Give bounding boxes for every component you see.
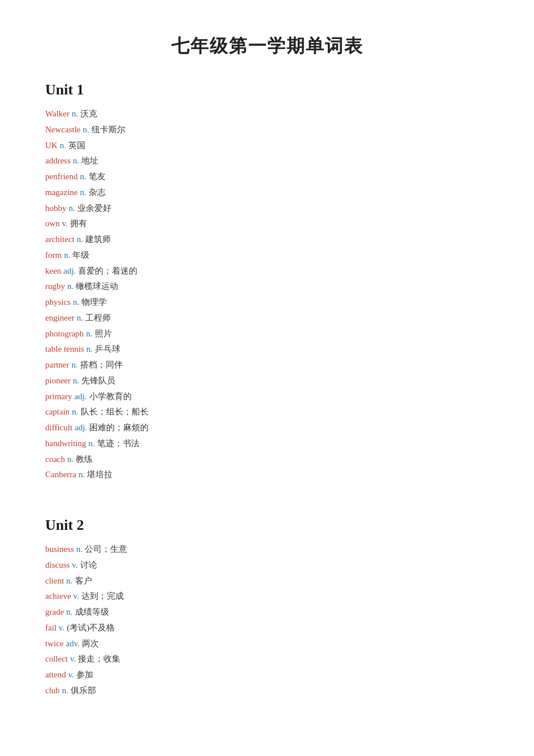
word-chinese: 两次 xyxy=(82,636,99,652)
word-english: rugby xyxy=(45,279,65,295)
word-pos: v. xyxy=(59,620,64,636)
word-chinese: 笔迹；书法 xyxy=(97,436,140,452)
word-english: partner xyxy=(45,357,69,373)
word-pos: n. xyxy=(76,542,83,558)
word-pos: adj. xyxy=(75,420,87,436)
word-item: engineern.工程师 xyxy=(45,310,489,326)
word-item: photographn.照片 xyxy=(45,326,489,342)
word-english: difficult xyxy=(45,420,72,436)
word-english: hobby xyxy=(45,201,67,217)
word-english: physics xyxy=(45,295,71,310)
word-item: architectn.建筑师 xyxy=(45,232,489,248)
word-chinese: 笔友 xyxy=(89,169,106,185)
word-chinese: 讨论 xyxy=(80,558,97,573)
word-pos: n. xyxy=(86,326,92,342)
word-item: failv.(考试)不及格 xyxy=(45,620,489,636)
word-item: keenadj.喜爱的；着迷的 xyxy=(45,263,489,279)
word-item: collectv.接走；收集 xyxy=(45,651,489,667)
word-chinese: 橄榄球运动 xyxy=(76,279,118,295)
word-chinese: 堪培拉 xyxy=(87,467,112,483)
word-list-unit-2: businessn.公司；生意discussv.讨论clientn.客户achi… xyxy=(45,542,489,699)
word-item: UKn.英国 xyxy=(45,138,489,154)
word-pos: adj. xyxy=(63,263,76,279)
word-chinese: 年级 xyxy=(72,248,89,263)
word-english: penfriend xyxy=(45,169,77,185)
word-pos: n. xyxy=(67,452,73,468)
word-english: business xyxy=(45,542,74,558)
unit-section-2: Unit 2businessn.公司；生意discussv.讨论clientn.… xyxy=(45,517,489,699)
word-english: coach xyxy=(45,452,65,468)
word-pos: v. xyxy=(68,667,74,683)
word-english: primary xyxy=(45,389,72,405)
word-pos: v. xyxy=(62,216,68,232)
word-english: Newcastle xyxy=(45,122,80,138)
word-pos: n. xyxy=(73,373,79,389)
word-pos: n. xyxy=(79,467,85,483)
word-english: discuss xyxy=(45,558,70,573)
word-chinese: 地址 xyxy=(81,153,98,169)
word-english: table tennis xyxy=(45,342,84,357)
word-english: captain xyxy=(45,404,70,420)
word-item: addressn.地址 xyxy=(45,153,489,169)
word-english: club xyxy=(45,683,60,699)
word-english: pioneer xyxy=(45,373,71,389)
word-chinese: 公司；生意 xyxy=(85,542,127,558)
word-pos: n. xyxy=(69,201,75,217)
word-chinese: 接走；收集 xyxy=(78,651,120,667)
word-english: engineer xyxy=(45,310,75,326)
word-pos: n. xyxy=(77,232,83,248)
word-english: achieve xyxy=(45,589,71,604)
word-pos: n. xyxy=(80,185,86,201)
word-item: physicsn.物理学 xyxy=(45,295,489,310)
word-item: clubn.俱乐部 xyxy=(45,683,489,699)
word-chinese: 喜爱的；着迷的 xyxy=(78,263,137,279)
word-chinese: 建筑师 xyxy=(85,232,111,248)
word-chinese: 困难的；麻烦的 xyxy=(89,420,149,436)
word-chinese: 小学教育的 xyxy=(89,389,132,405)
word-chinese: 沃克 xyxy=(80,106,97,122)
word-item: hobbyn.业余爱好 xyxy=(45,201,489,217)
word-english: Walker xyxy=(45,106,70,122)
word-item: table tennisn.乒乓球 xyxy=(45,342,489,357)
word-chinese: 客户 xyxy=(75,573,92,589)
page-title: 七年级第一学期单词表 xyxy=(45,34,489,59)
word-pos: n. xyxy=(89,436,95,452)
word-english: Canberra xyxy=(45,467,76,483)
word-english: grade xyxy=(45,604,64,620)
word-chinese: 乒乓球 xyxy=(95,342,120,357)
word-item: coachn.教练 xyxy=(45,452,489,468)
word-chinese: 达到；完成 xyxy=(81,589,124,604)
word-chinese: 搭档；同伴 xyxy=(80,357,123,373)
word-pos: n. xyxy=(80,169,86,185)
word-english: form xyxy=(45,248,62,263)
word-item: twiceadv.两次 xyxy=(45,636,489,652)
word-item: ownv.拥有 xyxy=(45,216,489,232)
word-item: difficultadj.困难的；麻烦的 xyxy=(45,420,489,436)
word-english: magazine xyxy=(45,185,77,201)
unit-section-1: Unit 1Walkern.沃克Newcastlen.纽卡斯尔UKn.英国add… xyxy=(45,81,489,483)
word-chinese: 队长；组长；船长 xyxy=(81,404,149,420)
word-english: UK xyxy=(45,138,58,154)
word-pos: n. xyxy=(73,295,79,310)
word-item: captainn.队长；组长；船长 xyxy=(45,404,489,420)
word-chinese: 物理学 xyxy=(81,295,107,310)
word-chinese: 俱乐部 xyxy=(71,683,96,699)
word-english: handwriting xyxy=(45,436,86,452)
word-pos: n. xyxy=(72,106,78,122)
word-chinese: 英国 xyxy=(68,138,85,154)
word-pos: n. xyxy=(86,342,93,357)
word-english: twice xyxy=(45,636,63,652)
word-chinese: 教练 xyxy=(76,452,93,468)
word-chinese: 纽卡斯尔 xyxy=(92,122,125,138)
word-item: Newcastlen.纽卡斯尔 xyxy=(45,122,489,138)
word-chinese: (考试)不及格 xyxy=(67,620,115,636)
word-pos: n. xyxy=(60,138,66,154)
unit-heading-2: Unit 2 xyxy=(45,517,489,534)
word-chinese: 拥有 xyxy=(70,216,87,232)
word-item: penfriendn.笔友 xyxy=(45,169,489,185)
word-item: primaryadj.小学教育的 xyxy=(45,389,489,405)
word-item: partnern.搭档；同伴 xyxy=(45,357,489,373)
word-pos: adv. xyxy=(66,636,79,652)
word-item: Canberran.堪培拉 xyxy=(45,467,489,483)
word-pos: adj. xyxy=(74,389,86,405)
